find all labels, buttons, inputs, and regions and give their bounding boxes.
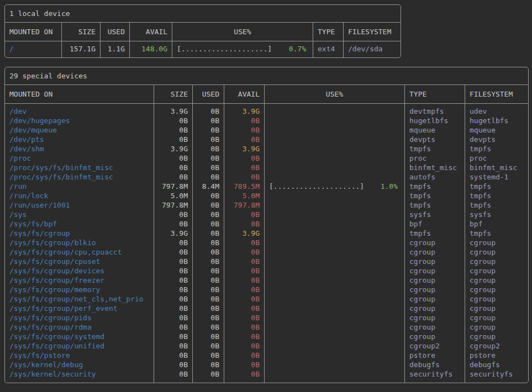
cell-size: 0B (154, 304, 192, 313)
cell-type: bpf (404, 219, 465, 229)
cell-used: 1.1G (100, 41, 129, 57)
table-row: /sys/fs/cgroup/rdma0B0B0Bcgroupcgroup (5, 322, 528, 332)
cell-mounted-on: /proc/sys/fs/binfmt_misc (5, 172, 154, 182)
cell-avail: 5.0M (224, 191, 264, 200)
table-row: /sys/fs/cgroup/net_cls,net_prio0B0B0Bcgr… (5, 294, 528, 304)
cell-size: 0B (154, 313, 192, 322)
cell-avail: 3.9G (224, 144, 264, 153)
column-header-filesystem: FILESYSTEM (465, 85, 528, 104)
cell-avail: 0B (224, 304, 264, 313)
cell-filesystem: devpts (465, 135, 528, 144)
cell-type: mqueue (404, 125, 465, 135)
cell-used: 0B (192, 219, 224, 229)
cell-filesystem: debugfs (465, 360, 528, 369)
table-header-row: MOUNTED ONSIZEUSEDAVAILUSE%TYPEFILESYSTE… (5, 85, 528, 104)
cell-used: 0B (192, 229, 224, 238)
cell-size: 0B (154, 360, 192, 369)
cell-avail: 3.9G (224, 104, 264, 116)
cell-type: cgroup2 (404, 341, 465, 351)
cell-size: 0B (154, 341, 192, 351)
cell-type: cgroup (404, 313, 465, 322)
cell-type: cgroup (404, 322, 465, 332)
cell-use-pct (264, 104, 404, 116)
cell-filesystem: cgroup (465, 332, 528, 341)
cell-type: pstore (404, 351, 465, 360)
usage-bar: [....................] (177, 44, 272, 54)
cell-size: 0B (154, 163, 192, 172)
column-header-avail: AVAIL (224, 85, 264, 104)
special-devices-table: 29 special devices MOUNTED ONSIZEUSEDAVA… (4, 67, 529, 383)
cell-used: 0B (192, 125, 224, 135)
cell-filesystem: cgroup (465, 322, 528, 332)
cell-size: 0B (154, 322, 192, 332)
column-header-used: USED (192, 85, 224, 104)
cell-filesystem: securityfs (465, 369, 528, 383)
cell-use-pct (264, 172, 404, 182)
cell-use-pct: [....................]0.7% (172, 41, 313, 57)
cell-size: 3.9G (154, 229, 192, 238)
local-devices-table: 1 local device MOUNTED ONSIZEUSEDAVAILUS… (4, 4, 401, 58)
cell-type: autofs (404, 172, 465, 182)
cell-use-pct (264, 257, 404, 266)
cell-used: 0B (192, 163, 224, 172)
cell-used: 0B (192, 144, 224, 153)
cell-size: 0B (154, 369, 192, 383)
cell-use-pct (264, 153, 404, 163)
cell-used: 0B (192, 351, 224, 360)
cell-used: 0B (192, 360, 224, 369)
cell-filesystem: cgroup (465, 247, 528, 257)
column-header-type: TYPE (404, 85, 465, 104)
table-row: /run797.8M8.4M789.5M[...................… (5, 182, 528, 191)
cell-filesystem: cgroup (465, 238, 528, 247)
cell-type: cgroup (404, 332, 465, 341)
cell-type: proc (404, 153, 465, 163)
terminal-output: { "palette": { "bg": "#2b2b2b", "border"… (0, 0, 532, 388)
cell-type: cgroup (404, 294, 465, 304)
cell-used: 0B (192, 135, 224, 144)
cell-size: 0B (154, 238, 192, 247)
cell-use-pct (264, 341, 404, 351)
cell-avail: 0B (224, 153, 264, 163)
cell-type: tmpfs (404, 200, 465, 210)
cell-avail: 0B (224, 163, 264, 172)
cell-avail: 0B (224, 257, 264, 266)
cell-filesystem: pstore (465, 351, 528, 360)
cell-used: 0B (192, 257, 224, 266)
cell-size: 3.9G (154, 144, 192, 153)
cell-mounted-on: /dev/mqueue (5, 125, 154, 135)
cell-avail: 0B (224, 360, 264, 369)
table-row: /sys/fs/cgroup/freezer0B0B0Bcgroupcgroup (5, 276, 528, 285)
table-row: /dev/pts0B0B0Bdevptsdevpts (5, 135, 528, 144)
table-header-row: MOUNTED ONSIZEUSEDAVAILUSE%TYPEFILESYSTE… (5, 23, 401, 41)
cell-use-pct (264, 276, 404, 285)
cell-mounted-on: /sys/fs/cgroup/perf_event (5, 304, 154, 313)
table-row: /sys/fs/cgroup/memory0B0B0Bcgroupcgroup (5, 285, 528, 294)
table-row: /sys/fs/cgroup/cpuset0B0B0Bcgroupcgroup (5, 257, 528, 266)
table-row: /sys/kernel/debug0B0B0Bdebugfsdebugfs (5, 360, 528, 369)
cell-type: tmpfs (404, 182, 465, 191)
cell-filesystem: udev (465, 104, 528, 116)
cell-avail: 0B (224, 332, 264, 341)
cell-used: 0B (192, 191, 224, 200)
cell-mounted-on: /run (5, 182, 154, 191)
cell-use-pct (264, 125, 404, 135)
cell-filesystem: hugetlbfs (465, 116, 528, 125)
cell-used: 0B (192, 285, 224, 294)
cell-size: 797.8M (154, 182, 192, 191)
cell-use-pct (264, 369, 404, 383)
cell-type: tmpfs (404, 191, 465, 200)
table-row: /dev/shm3.9G0B3.9Gtmpfstmpfs (5, 144, 528, 153)
cell-mounted-on: /sys/fs/cgroup/blkio (5, 238, 154, 247)
table-row: /sys/fs/cgroup/pids0B0B0Bcgroupcgroup (5, 313, 528, 322)
cell-filesystem: cgroup (465, 257, 528, 266)
cell-size: 0B (154, 257, 192, 266)
cell-use-pct (264, 351, 404, 360)
cell-used: 0B (192, 238, 224, 247)
usage-percent: 0.7% (289, 44, 306, 54)
cell-type: sysfs (404, 210, 465, 219)
cell-type: cgroup (404, 238, 465, 247)
cell-mounted-on: /sys/fs/bpf (5, 219, 154, 229)
cell-avail: 0B (224, 247, 264, 257)
cell-avail: 0B (224, 266, 264, 276)
table-row: /sys/fs/bpf0B0B0Bbpfbpf (5, 219, 528, 229)
